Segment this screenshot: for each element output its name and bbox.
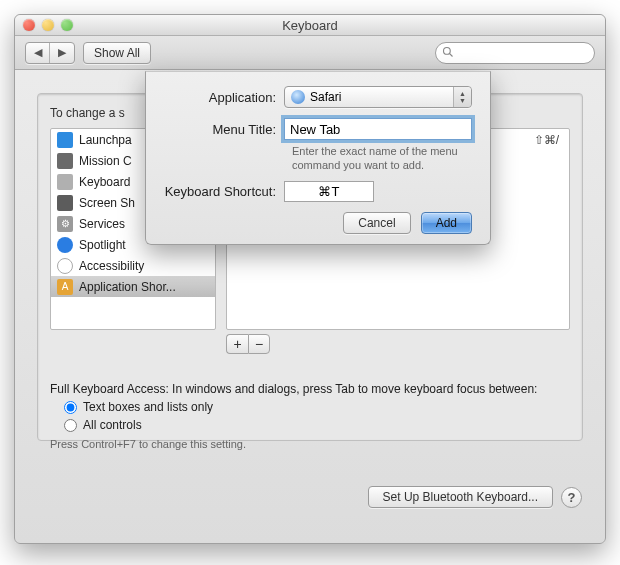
shortcut-row: Keyboard Shortcut: ⌘T <box>164 181 472 202</box>
minimize-button[interactable] <box>42 19 54 31</box>
application-label: Application: <box>164 90 284 105</box>
sidebar-item-label: Application Shor... <box>79 280 176 294</box>
svg-point-0 <box>444 47 451 54</box>
help-button[interactable]: ? <box>561 487 582 508</box>
sidebar-item-label: Spotlight <box>79 238 126 252</box>
preferences-window: Keyboard ◀ ▶ Show All To change a s Laun… <box>14 14 606 544</box>
search-field-wrap <box>435 42 595 64</box>
search-input[interactable] <box>435 42 595 64</box>
full-keyboard-access: Full Keyboard Access: In windows and dia… <box>50 382 537 450</box>
sidebar-item-label: Screen Sh <box>79 196 135 210</box>
bottom-actions: Set Up Bluetooth Keyboard... ? <box>368 486 582 508</box>
forward-button[interactable]: ▶ <box>50 43 74 63</box>
add-remove-segment: + − <box>226 334 570 354</box>
titlebar[interactable]: Keyboard <box>15 15 605 36</box>
zoom-button[interactable] <box>61 19 73 31</box>
sidebar-item-label: Accessibility <box>79 259 144 273</box>
fka-hint: Press Control+F7 to change this setting. <box>50 438 537 450</box>
fka-intro: Full Keyboard Access: In windows and dia… <box>50 382 537 396</box>
shortcut-label: Keyboard Shortcut: <box>164 184 284 199</box>
application-row: Application: Safari ▲▼ <box>164 86 472 108</box>
menu-title-row: Menu Title: <box>164 118 472 140</box>
sidebar-item-label: Launchpa <box>79 133 132 147</box>
fka-radio-all-input[interactable] <box>64 419 77 432</box>
application-popup[interactable]: Safari ▲▼ <box>284 86 472 108</box>
fka-radio-label: Text boxes and lists only <box>83 400 213 414</box>
add-button[interactable]: Add <box>421 212 472 234</box>
menu-title-input[interactable] <box>284 118 472 140</box>
safari-icon <box>291 90 305 104</box>
sheet-buttons: Cancel Add <box>164 212 472 234</box>
nav-segment: ◀ ▶ <box>25 42 75 64</box>
sidebar-item-accessibility[interactable]: Accessibility <box>51 255 215 276</box>
fka-radio-textboxes-input[interactable] <box>64 401 77 414</box>
shortcut-input[interactable]: ⌘T <box>284 181 374 202</box>
application-value: Safari <box>310 90 341 104</box>
menu-title-help: Enter the exact name of the menu command… <box>292 144 472 173</box>
services-icon: ⚙ <box>57 216 73 232</box>
menu-title-label: Menu Title: <box>164 122 284 137</box>
keyboard-icon <box>57 174 73 190</box>
mission-control-icon <box>57 153 73 169</box>
cancel-button[interactable]: Cancel <box>343 212 410 234</box>
fka-radio-label: All controls <box>83 418 142 432</box>
show-all-button[interactable]: Show All <box>83 42 151 64</box>
window-title: Keyboard <box>15 18 605 33</box>
add-shortcut-button[interactable]: + <box>226 334 248 354</box>
toolbar: ◀ ▶ Show All <box>15 36 605 70</box>
close-button[interactable] <box>23 19 35 31</box>
app-shortcuts-icon: A <box>57 279 73 295</box>
spotlight-icon <box>57 237 73 253</box>
fka-radio-textboxes[interactable]: Text boxes and lists only <box>64 400 537 414</box>
sidebar-item-app-shortcuts[interactable]: A Application Shor... <box>51 276 215 297</box>
sidebar-item-label: Mission C <box>79 154 132 168</box>
bluetooth-keyboard-button[interactable]: Set Up Bluetooth Keyboard... <box>368 486 553 508</box>
accessibility-icon <box>57 258 73 274</box>
sidebar-item-label: Keyboard <box>79 175 130 189</box>
launchpad-icon <box>57 132 73 148</box>
sidebar-item-label: Services <box>79 217 125 231</box>
traffic-lights <box>15 19 73 31</box>
search-icon <box>442 46 454 61</box>
popup-arrows-icon: ▲▼ <box>453 87 471 107</box>
screenshot-icon <box>57 195 73 211</box>
svg-line-1 <box>450 53 453 56</box>
back-button[interactable]: ◀ <box>26 43 50 63</box>
fka-radio-all[interactable]: All controls <box>64 418 537 432</box>
remove-shortcut-button[interactable]: − <box>248 334 270 354</box>
add-shortcut-sheet: Application: Safari ▲▼ Menu Title: Enter… <box>145 71 491 245</box>
